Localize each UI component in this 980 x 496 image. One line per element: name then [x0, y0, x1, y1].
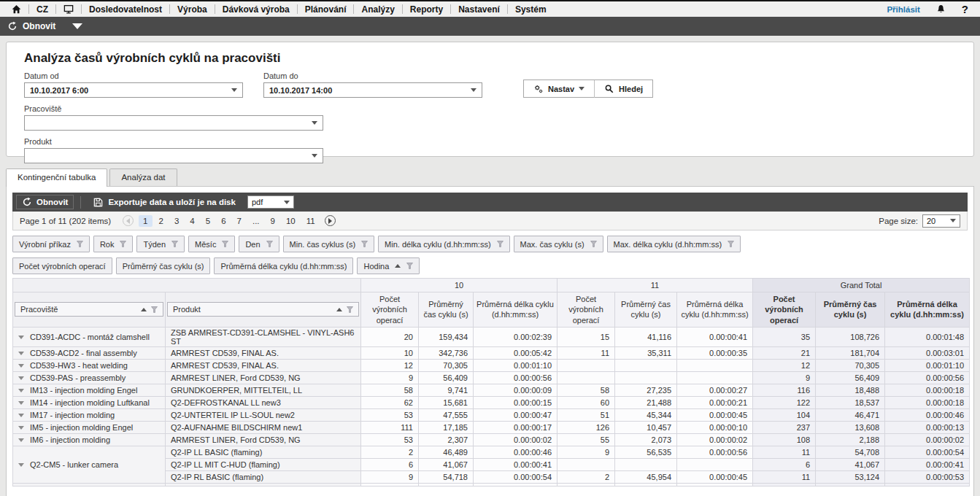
grand-total-measure-header[interactable]: Průměrná délka cyklu (d.hh:mm:ss) [885, 292, 970, 328]
date-from-input[interactable]: 10.10.2017 6:00 [24, 82, 243, 98]
chevron-down-icon[interactable] [312, 154, 317, 158]
collapse-icon[interactable] [18, 401, 24, 405]
filter-icon[interactable] [497, 241, 503, 247]
filter-field-chip[interactable]: Měsíc [188, 236, 235, 252]
prev-page-button[interactable] [123, 215, 134, 226]
chevron-down-icon[interactable] [312, 121, 317, 125]
menu-item[interactable]: Výroba [170, 4, 215, 15]
page-number[interactable]: 9 [266, 215, 279, 227]
export-button[interactable]: Exportuje data a uloží je na disk [88, 195, 240, 209]
page-number[interactable]: 5 [201, 215, 215, 227]
workplace-cell[interactable]: Q2-CM5 - lunker camera [13, 446, 166, 483]
filter-field-chip[interactable]: Min. délka cyklu (d.hh:mm:ss) [378, 236, 509, 252]
workplace-cell[interactable]: CD539-HW3 - heat welding [13, 359, 166, 371]
page-size-select[interactable]: 20 [922, 214, 960, 228]
workplace-cell[interactable]: IM6 - injection molding [13, 433, 166, 446]
column-field-chip[interactable]: Hodina [357, 257, 420, 274]
filter-field-chip[interactable]: Max. čas cyklu (s) [514, 236, 603, 252]
workplace-cell[interactable]: IM13 - injection molding Engel [13, 384, 166, 396]
filter-field-chip[interactable]: Min. čas cyklus (s) [283, 236, 374, 252]
filter-icon[interactable] [590, 241, 597, 247]
filter-field-chip[interactable]: Výrobní příkaz [12, 236, 90, 252]
collapse-icon[interactable] [18, 336, 24, 339]
product-cell[interactable] [166, 483, 361, 486]
page-number[interactable]: 2 [155, 215, 168, 227]
measure-header[interactable]: Průměrná délka cyklu (d.hh:mm:ss) [474, 292, 557, 328]
measure-header[interactable]: Průměrný čas cyklu (s) [419, 292, 474, 328]
column-group-header[interactable]: 10 [361, 279, 557, 292]
menu-item[interactable]: Systém [508, 4, 554, 15]
refresh-dropdown-icon[interactable] [72, 23, 82, 29]
workplace-select[interactable] [24, 115, 323, 131]
product-cell[interactable]: Q2-UNTERTEIL IP LL-SOUL new2 [166, 408, 361, 421]
sort-ascending-icon[interactable] [336, 308, 342, 311]
page-number[interactable]: 7 [233, 215, 246, 227]
menu-item[interactable]: Dávková výroba [215, 4, 297, 15]
home-button[interactable] [4, 4, 28, 15]
workplace-field-chip[interactable]: Pracoviště [15, 302, 163, 317]
filter-icon[interactable] [361, 241, 368, 247]
menu-item[interactable]: Plánování [298, 4, 354, 15]
date-to-input[interactable]: 10.10.2017 14:00 [263, 82, 482, 98]
product-cell[interactable]: ARMREST CD539, FINAL AS. [166, 346, 361, 359]
product-cell[interactable]: ARMREST LINER, Ford CD539, NG [166, 433, 361, 446]
export-format-select[interactable]: pdf [247, 195, 294, 209]
product-cell[interactable]: ZSB ARMREST-CD391-CLAMSHEL - VINYL-ASH6 … [166, 327, 361, 346]
workplace-cell[interactable]: CD391-ACDC - montáž clamshell [13, 327, 166, 346]
workplace-cell[interactable] [13, 483, 166, 486]
collapse-icon[interactable] [18, 463, 24, 467]
menu-item[interactable]: Analýzy [354, 4, 401, 15]
notifications-button[interactable] [929, 4, 953, 15]
filter-icon[interactable] [728, 241, 734, 247]
filter-icon[interactable] [406, 263, 413, 269]
product-cell[interactable]: Q2-IP LL MIT C-HUD (flaming) [166, 458, 361, 470]
product-cell[interactable]: GRUNDKOERPER, MITTELTEIL, LL [166, 384, 361, 396]
product-field-chip[interactable]: Produkt [167, 302, 359, 317]
grand-total-measure-header[interactable]: Průměrný čas cyklu (s) [816, 292, 885, 328]
product-cell[interactable]: Q2-IP RL BASIC (flaming) [166, 470, 361, 483]
page-number[interactable]: 4 [185, 215, 198, 227]
help-button[interactable]: ? [962, 3, 968, 15]
page-number[interactable]: ... [248, 215, 264, 227]
workplace-cell[interactable]: IM5 - injection molding Engel [13, 421, 166, 433]
locale-button[interactable]: CZ [29, 4, 55, 15]
product-cell[interactable]: Q2-IP LL BASIC (flaming) [166, 446, 361, 458]
measure-header[interactable]: Průměrný čas cyklu (s) [615, 292, 677, 328]
page-number[interactable]: 10 [282, 215, 300, 227]
filter-icon[interactable] [77, 241, 83, 247]
product-cell[interactable]: ARMREST CD539, FINAL AS. [166, 359, 361, 371]
product-cell[interactable]: Q2-AUFNAHME BILDSCHIRM new1 [166, 421, 361, 433]
collapse-icon[interactable] [18, 376, 24, 380]
measure-header[interactable]: Počet výrobních operací [361, 292, 419, 328]
workplace-cell[interactable]: IM17 - injection molding [13, 408, 166, 421]
product-cell[interactable]: ARMREST LINER, Ford CD539, NG [166, 371, 361, 384]
sort-ascending-icon[interactable] [141, 308, 147, 311]
next-page-button[interactable] [325, 215, 336, 226]
page-number[interactable]: 11 [302, 215, 320, 227]
collapse-icon[interactable] [18, 438, 24, 442]
column-group-header[interactable]: 11 [557, 279, 753, 292]
page-number[interactable]: 3 [170, 215, 183, 227]
filter-icon[interactable] [171, 241, 178, 247]
search-button[interactable]: Hledej [595, 80, 652, 97]
collapse-icon[interactable] [18, 364, 24, 368]
data-field-chip[interactable]: Průměrná délka cyklu (d.hh:mm:ss) [214, 257, 353, 274]
filter-field-chip[interactable]: Den [239, 236, 279, 252]
measure-header[interactable]: Průměrná délka cyklu (d.hh:mm:ss) [677, 292, 753, 328]
menu-item[interactable]: Reporty [403, 4, 450, 15]
refresh-button[interactable]: Obnovit [23, 21, 55, 31]
grand-total-group-header[interactable]: Grand Total [753, 279, 970, 292]
product-cell[interactable]: Q2-DEFROSTKANAL LL new3 [166, 396, 361, 408]
filter-icon[interactable] [222, 241, 228, 247]
page-number[interactable]: 6 [217, 215, 230, 227]
chevron-down-icon[interactable] [471, 88, 477, 92]
sort-ascending-icon[interactable] [395, 264, 401, 268]
terminal-button[interactable] [56, 4, 81, 15]
login-link[interactable]: Přihlásit [887, 5, 919, 14]
page-number[interactable]: 1 [139, 215, 152, 227]
tab-pivot-table[interactable]: Kontingenční tabulka [6, 168, 107, 187]
workplace-cell[interactable]: CD539-PAS - preassembly [13, 371, 166, 384]
tab-data-analysis[interactable]: Analýza dat [109, 168, 177, 186]
chevron-down-icon[interactable] [579, 87, 584, 90]
product-select[interactable] [24, 148, 323, 163]
